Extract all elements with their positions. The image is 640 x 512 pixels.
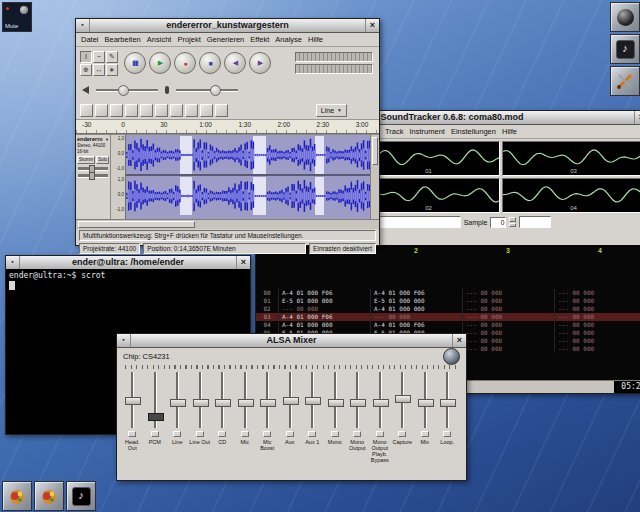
- slider-handle[interactable]: [170, 399, 186, 407]
- pattern-cell[interactable]: A-4 01 000 F06: [278, 313, 370, 321]
- pattern-cell[interactable]: A-4 01 000 F06: [278, 289, 370, 297]
- slider-handle[interactable]: [350, 399, 366, 407]
- mixer-slider-loop[interactable]: [436, 370, 458, 430]
- mixer-slider-mix[interactable]: [414, 370, 436, 430]
- pattern-row[interactable]: 03A-4 01 000 F06--- 00 000--- 00 000--- …: [256, 313, 640, 321]
- soundtracker-menu-instrument[interactable]: Instrument: [409, 127, 444, 136]
- pattern-row[interactable]: 00A-4 01 000 F06A-4 01 000 F06--- 00 000…: [256, 289, 640, 297]
- fit-window-icon[interactable]: [215, 104, 228, 117]
- pattern-cell[interactable]: A-4 01 000 F06: [370, 321, 462, 329]
- soundtracker-menu-track[interactable]: Track: [385, 127, 403, 136]
- pattern-cell[interactable]: --- 00 000: [462, 337, 554, 345]
- pattern-cell[interactable]: --- 00 000: [554, 289, 640, 297]
- waveform-right-channel[interactable]: [126, 177, 371, 215]
- pattern-cell[interactable]: E-5 01 000 000: [370, 297, 462, 305]
- pattern-cell[interactable]: --- 00 000: [554, 345, 640, 353]
- paste-icon[interactable]: [110, 104, 123, 117]
- terminal-titlebar[interactable]: ▪ ender@ultra: /home/ender ×: [6, 256, 250, 270]
- mixer-slider-aux-1[interactable]: [301, 370, 323, 430]
- audacity-menu-datei[interactable]: Datei: [81, 35, 99, 44]
- trim-icon[interactable]: [125, 104, 138, 117]
- mute-indicator[interactable]: [398, 431, 406, 437]
- mixer-slider-mono-output[interactable]: [346, 370, 368, 430]
- timeshift-tool-icon[interactable]: ↔: [93, 64, 105, 76]
- slider-knob[interactable]: [89, 172, 95, 180]
- pattern-cell[interactable]: --- 00 000: [462, 297, 554, 305]
- mute-indicator[interactable]: [263, 431, 271, 437]
- slider-handle[interactable]: [238, 399, 254, 407]
- solo-button[interactable]: Solo: [96, 156, 109, 164]
- pattern-cell[interactable]: A-4 01 000 000: [370, 305, 462, 313]
- mute-indicator[interactable]: [308, 431, 316, 437]
- close-icon[interactable]: ×: [236, 256, 250, 269]
- audacity-menu-analyse[interactable]: Analyse: [275, 35, 302, 44]
- mixer-slider-aux[interactable]: [279, 370, 301, 430]
- pattern-cell[interactable]: A-4 01 000 F06: [370, 289, 462, 297]
- input-volume-slider[interactable]: [176, 89, 238, 92]
- audacity-menu-generieren[interactable]: Generieren: [207, 35, 245, 44]
- pattern-cell[interactable]: --- 00 000: [554, 297, 640, 305]
- zoom-out-icon[interactable]: [200, 104, 213, 117]
- waveform-left-channel[interactable]: [126, 136, 371, 174]
- mute-indicator[interactable]: [128, 431, 136, 437]
- mixer-slider-capture[interactable]: [391, 370, 413, 430]
- mixer-titlebar[interactable]: ▪ ALSA Mixer ×: [117, 334, 466, 348]
- selection-tool-icon[interactable]: I: [80, 51, 92, 63]
- sample-spinner[interactable]: [509, 217, 516, 227]
- audacity-titlebar[interactable]: ▪ endererror_kunstwargestern ×: [76, 19, 379, 33]
- undo-icon[interactable]: [155, 104, 168, 117]
- mute-indicator[interactable]: [376, 431, 384, 437]
- pattern-cell[interactable]: --- 00 000: [462, 329, 554, 337]
- close-icon[interactable]: ×: [365, 19, 379, 32]
- gain-slider[interactable]: [78, 167, 108, 171]
- mute-indicator[interactable]: [151, 431, 159, 437]
- slider-handle[interactable]: [373, 399, 389, 407]
- pattern-cell[interactable]: --- 00 000: [462, 321, 554, 329]
- slider-handle[interactable]: [283, 397, 299, 405]
- mixer-slider-line-out[interactable]: [189, 370, 211, 430]
- timeline-ruler[interactable]: -300301:001:302:002:303:00: [76, 119, 379, 134]
- scrollbar-thumb[interactable]: [372, 137, 378, 165]
- dock-tile-colorful-app-icon[interactable]: [2, 481, 32, 511]
- dock-tile-sphere-icon[interactable]: [610, 2, 640, 32]
- audacity-menu-projekt[interactable]: Projekt: [177, 35, 200, 44]
- window-menu-icon[interactable]: ▪: [117, 334, 131, 347]
- dock-tile-music-note-dark-icon[interactable]: ♪: [66, 481, 96, 511]
- audacity-menu-effekt[interactable]: Effekt: [250, 35, 269, 44]
- slider-knob[interactable]: [210, 85, 221, 96]
- copy-icon[interactable]: [95, 104, 108, 117]
- window-menu-icon[interactable]: ▪: [76, 19, 90, 32]
- slider-handle[interactable]: [215, 399, 231, 407]
- multi-tool-icon[interactable]: ∗: [106, 64, 118, 76]
- pattern-cell[interactable]: --- 00 000: [278, 305, 370, 313]
- redo-icon[interactable]: [170, 104, 183, 117]
- sample-number-input[interactable]: 0: [490, 217, 506, 228]
- zoom-in-icon[interactable]: [185, 104, 198, 117]
- skip-start-button[interactable]: ◀: [224, 52, 246, 74]
- mixer-slider-mono-output-playb-bypass[interactable]: [369, 370, 391, 430]
- audacity-menu-ansicht[interactable]: Ansicht: [147, 35, 172, 44]
- waveform-display[interactable]: [126, 135, 379, 219]
- dock-tile-tools-icon[interactable]: [610, 66, 640, 96]
- pattern-cell[interactable]: --- 00 000: [462, 305, 554, 313]
- volume-knob-icon[interactable]: [20, 6, 28, 14]
- mute-button[interactable]: Stumm: [77, 156, 95, 164]
- mute-indicator[interactable]: [443, 431, 451, 437]
- stop-button[interactable]: ■: [199, 52, 221, 74]
- silence-icon[interactable]: [140, 104, 153, 117]
- mixer-slider-pcm[interactable]: [144, 370, 166, 430]
- dock-tile-mixer-mute[interactable]: Mute: [2, 2, 32, 32]
- cut-icon[interactable]: [80, 104, 93, 117]
- track-control-panel[interactable]: endererro ▼ Stereo, 44100 16-bit Stumm S…: [76, 135, 111, 219]
- pattern-cell[interactable]: --- 00 000: [554, 313, 640, 321]
- audacity-menu-hilfe[interactable]: Hilfe: [308, 35, 323, 44]
- pattern-cell[interactable]: --- 00 000: [462, 313, 554, 321]
- mute-indicator[interactable]: [331, 431, 339, 437]
- vertical-scrollbar[interactable]: [370, 135, 379, 219]
- pattern-row[interactable]: 01E-5 01 000 000E-5 01 000 000--- 00 000…: [256, 297, 640, 305]
- draw-tool-icon[interactable]: ✎: [106, 51, 118, 63]
- slider-handle[interactable]: [260, 399, 276, 407]
- pattern-cell[interactable]: --- 00 000: [462, 345, 554, 353]
- mixer-slider-mic[interactable]: [234, 370, 256, 430]
- pattern-cell[interactable]: E-5 01 000 000: [278, 297, 370, 305]
